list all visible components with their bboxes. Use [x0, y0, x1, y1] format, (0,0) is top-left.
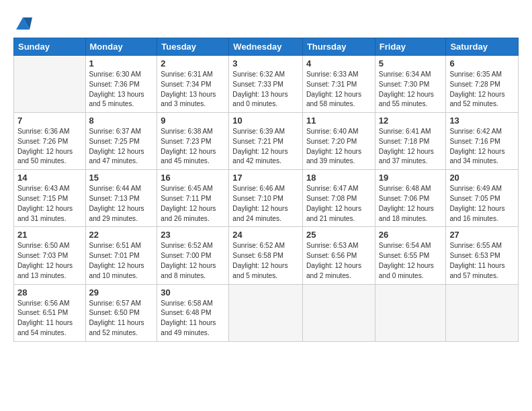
day-info: Sunrise: 6:33 AM Sunset: 7:31 PM Dayligh…: [306, 70, 371, 109]
day-cell: 7Sunrise: 6:36 AM Sunset: 7:26 PM Daylig…: [14, 113, 86, 170]
day-number: 12: [379, 116, 443, 126]
day-info: Sunrise: 6:49 AM Sunset: 7:05 PM Dayligh…: [449, 184, 515, 224]
day-info: Sunrise: 6:44 AM Sunset: 7:13 PM Dayligh…: [89, 184, 154, 224]
day-number: 5: [379, 58, 443, 68]
day-cell: [14, 56, 86, 113]
column-header-friday: Friday: [375, 38, 446, 56]
day-cell: 8Sunrise: 6:37 AM Sunset: 7:25 PM Daylig…: [85, 113, 157, 170]
day-cell: 17Sunrise: 6:46 AM Sunset: 7:10 PM Dayli…: [229, 170, 303, 227]
day-number: 16: [161, 173, 225, 183]
day-info: Sunrise: 6:52 AM Sunset: 6:58 PM Dayligh…: [232, 241, 299, 281]
day-number: 26: [379, 230, 443, 240]
day-cell: 28Sunrise: 6:56 AM Sunset: 6:51 PM Dayli…: [14, 284, 86, 341]
day-info: Sunrise: 6:51 AM Sunset: 7:01 PM Dayligh…: [89, 241, 154, 281]
day-info: Sunrise: 6:35 AM Sunset: 7:28 PM Dayligh…: [449, 70, 515, 109]
day-cell: 9Sunrise: 6:38 AM Sunset: 7:23 PM Daylig…: [157, 113, 229, 170]
day-info: Sunrise: 6:34 AM Sunset: 7:30 PM Dayligh…: [379, 70, 443, 109]
day-cell: 14Sunrise: 6:43 AM Sunset: 7:15 PM Dayli…: [14, 170, 86, 227]
day-cell: 23Sunrise: 6:52 AM Sunset: 7:00 PM Dayli…: [157, 227, 229, 284]
day-cell: [446, 284, 519, 341]
day-info: Sunrise: 6:45 AM Sunset: 7:11 PM Dayligh…: [161, 184, 225, 224]
day-cell: 1Sunrise: 6:30 AM Sunset: 7:36 PM Daylig…: [85, 56, 157, 113]
day-number: 17: [232, 173, 299, 183]
day-cell: 16Sunrise: 6:45 AM Sunset: 7:11 PM Dayli…: [157, 170, 229, 227]
day-cell: 21Sunrise: 6:50 AM Sunset: 7:03 PM Dayli…: [14, 227, 86, 284]
day-cell: 20Sunrise: 6:49 AM Sunset: 7:05 PM Dayli…: [446, 170, 519, 227]
day-cell: 25Sunrise: 6:53 AM Sunset: 6:56 PM Dayli…: [302, 227, 375, 284]
day-number: 22: [89, 230, 154, 240]
day-info: Sunrise: 6:43 AM Sunset: 7:15 PM Dayligh…: [17, 184, 82, 224]
day-info: Sunrise: 6:52 AM Sunset: 7:00 PM Dayligh…: [161, 241, 225, 281]
logo-icon: [13, 15, 32, 34]
day-cell: [229, 284, 303, 341]
day-cell: 19Sunrise: 6:48 AM Sunset: 7:06 PM Dayli…: [375, 170, 446, 227]
column-header-tuesday: Tuesday: [157, 38, 229, 56]
day-info: Sunrise: 6:57 AM Sunset: 6:50 PM Dayligh…: [89, 299, 154, 338]
day-number: 27: [449, 230, 515, 240]
day-number: 7: [17, 116, 82, 126]
day-info: Sunrise: 6:31 AM Sunset: 7:34 PM Dayligh…: [161, 70, 225, 109]
header: [13, 12, 519, 34]
calendar: SundayMondayTuesdayWednesdayThursdayFrid…: [13, 38, 519, 342]
day-info: Sunrise: 6:37 AM Sunset: 7:25 PM Dayligh…: [89, 127, 154, 167]
column-header-saturday: Saturday: [446, 38, 519, 56]
day-number: 18: [306, 173, 371, 183]
day-info: Sunrise: 6:48 AM Sunset: 7:06 PM Dayligh…: [379, 184, 443, 224]
day-number: 4: [306, 58, 371, 68]
day-number: 15: [89, 173, 154, 183]
day-info: Sunrise: 6:40 AM Sunset: 7:20 PM Dayligh…: [306, 127, 371, 167]
day-info: Sunrise: 6:50 AM Sunset: 7:03 PM Dayligh…: [17, 241, 82, 281]
day-cell: [302, 284, 375, 341]
day-info: Sunrise: 6:38 AM Sunset: 7:23 PM Dayligh…: [161, 127, 225, 167]
day-info: Sunrise: 6:46 AM Sunset: 7:10 PM Dayligh…: [232, 184, 299, 224]
day-info: Sunrise: 6:30 AM Sunset: 7:36 PM Dayligh…: [89, 70, 154, 109]
day-cell: 26Sunrise: 6:54 AM Sunset: 6:55 PM Dayli…: [375, 227, 446, 284]
day-info: Sunrise: 6:39 AM Sunset: 7:21 PM Dayligh…: [232, 127, 299, 167]
day-cell: 6Sunrise: 6:35 AM Sunset: 7:28 PM Daylig…: [446, 56, 519, 113]
column-header-monday: Monday: [85, 38, 157, 56]
day-cell: [375, 284, 446, 341]
day-cell: 2Sunrise: 6:31 AM Sunset: 7:34 PM Daylig…: [157, 56, 229, 113]
week-row-3: 14Sunrise: 6:43 AM Sunset: 7:15 PM Dayli…: [14, 170, 519, 227]
day-cell: 4Sunrise: 6:33 AM Sunset: 7:31 PM Daylig…: [302, 56, 375, 113]
day-cell: 13Sunrise: 6:42 AM Sunset: 7:16 PM Dayli…: [446, 113, 519, 170]
day-number: 29: [89, 287, 154, 298]
calendar-header-row: SundayMondayTuesdayWednesdayThursdayFrid…: [14, 38, 519, 56]
page: SundayMondayTuesdayWednesdayThursdayFrid…: [0, 0, 532, 411]
day-cell: 12Sunrise: 6:41 AM Sunset: 7:18 PM Dayli…: [375, 113, 446, 170]
day-info: Sunrise: 6:47 AM Sunset: 7:08 PM Dayligh…: [306, 184, 371, 224]
day-cell: 10Sunrise: 6:39 AM Sunset: 7:21 PM Dayli…: [229, 113, 303, 170]
day-number: 13: [449, 116, 515, 126]
day-cell: 22Sunrise: 6:51 AM Sunset: 7:01 PM Dayli…: [85, 227, 157, 284]
day-number: 21: [17, 230, 82, 240]
day-number: 20: [449, 173, 515, 183]
week-row-2: 7Sunrise: 6:36 AM Sunset: 7:26 PM Daylig…: [14, 113, 519, 170]
day-number: 2: [161, 58, 225, 68]
day-number: 28: [17, 287, 82, 298]
day-number: 3: [232, 58, 299, 68]
day-number: 10: [232, 116, 299, 126]
day-number: 19: [379, 173, 443, 183]
day-cell: 29Sunrise: 6:57 AM Sunset: 6:50 PM Dayli…: [85, 284, 157, 341]
day-number: 25: [306, 230, 371, 240]
day-info: Sunrise: 6:41 AM Sunset: 7:18 PM Dayligh…: [379, 127, 443, 167]
day-cell: 15Sunrise: 6:44 AM Sunset: 7:13 PM Dayli…: [85, 170, 157, 227]
logo: [13, 15, 35, 34]
day-cell: 24Sunrise: 6:52 AM Sunset: 6:58 PM Dayli…: [229, 227, 303, 284]
day-cell: 5Sunrise: 6:34 AM Sunset: 7:30 PM Daylig…: [375, 56, 446, 113]
day-info: Sunrise: 6:56 AM Sunset: 6:51 PM Dayligh…: [17, 299, 82, 338]
day-number: 9: [161, 116, 225, 126]
day-info: Sunrise: 6:58 AM Sunset: 6:48 PM Dayligh…: [161, 299, 225, 338]
day-info: Sunrise: 6:36 AM Sunset: 7:26 PM Dayligh…: [17, 127, 82, 167]
column-header-sunday: Sunday: [14, 38, 86, 56]
day-number: 23: [161, 230, 225, 240]
week-row-4: 21Sunrise: 6:50 AM Sunset: 7:03 PM Dayli…: [14, 227, 519, 284]
day-info: Sunrise: 6:53 AM Sunset: 6:56 PM Dayligh…: [306, 241, 371, 281]
day-info: Sunrise: 6:42 AM Sunset: 7:16 PM Dayligh…: [449, 127, 515, 167]
day-cell: 30Sunrise: 6:58 AM Sunset: 6:48 PM Dayli…: [157, 284, 229, 341]
day-number: 11: [306, 116, 371, 126]
day-cell: 18Sunrise: 6:47 AM Sunset: 7:08 PM Dayli…: [302, 170, 375, 227]
day-cell: 27Sunrise: 6:55 AM Sunset: 6:53 PM Dayli…: [446, 227, 519, 284]
week-row-5: 28Sunrise: 6:56 AM Sunset: 6:51 PM Dayli…: [14, 284, 519, 341]
day-info: Sunrise: 6:32 AM Sunset: 7:33 PM Dayligh…: [232, 70, 299, 109]
